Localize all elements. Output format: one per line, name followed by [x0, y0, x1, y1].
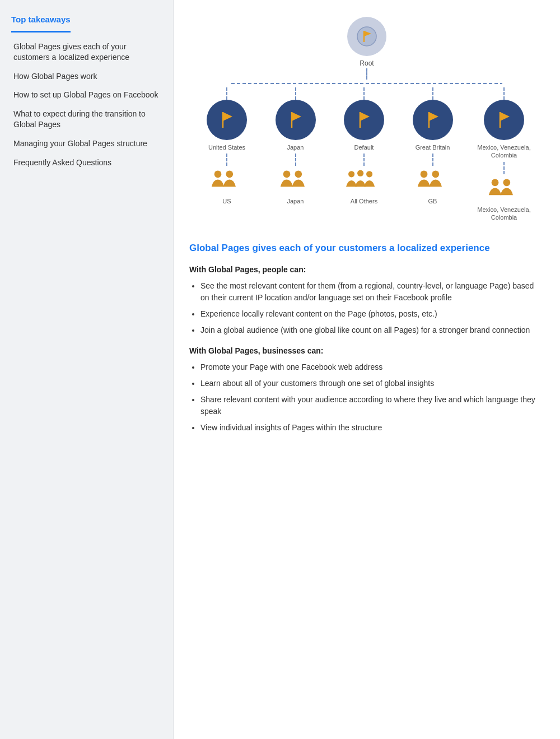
sidebar-item-6[interactable]: Frequently Asked Questions	[11, 157, 162, 169]
flag-icon-japan	[284, 109, 307, 131]
audience-icon-default	[346, 166, 382, 195]
root-circle	[347, 17, 386, 56]
svg-point-15	[357, 170, 363, 176]
branch-mex: Mexico, Venezuela, Colombia Mexico, Vene…	[473, 87, 535, 221]
root-flag-icon	[357, 26, 377, 47]
audience-label-mex: Mexico, Venezuela, Colombia	[473, 206, 535, 222]
svg-point-24	[503, 179, 510, 186]
svg-point-16	[366, 171, 372, 177]
audience-label-default: All Others	[351, 197, 377, 205]
audience-icon-japan	[278, 166, 314, 195]
sidebar-item-3-label: How to set up Global Pages on Facebook	[13, 90, 158, 99]
sidebar-item-4-label: What to expect during the transition to …	[13, 109, 146, 129]
page-label-gb: Great Britain	[416, 143, 450, 151]
page-circle-us	[207, 100, 247, 140]
sidebar-item-2-label: How Global Pages work	[13, 72, 97, 81]
page-circle-mex	[484, 100, 524, 140]
section-heading: Global Pages gives each of your customer…	[189, 241, 544, 255]
business-bullet-list: Promote your Page with one Facebook web …	[189, 361, 544, 434]
page-circle-gb	[413, 100, 453, 140]
sidebar-item-1-label: Global Pages gives each of your customer…	[13, 42, 129, 62]
subheading-businesses: With Global Pages, businesses can:	[189, 345, 544, 357]
diagram: Root	[189, 11, 544, 221]
people-bullet-3: Join a global audience (with one global …	[200, 324, 544, 336]
branch-us: United States US	[199, 87, 255, 221]
svg-point-7	[226, 171, 233, 178]
page-label-japan: Japan	[287, 143, 304, 151]
root-label: Root	[360, 58, 374, 68]
people-bullet-1: See the most relevant content for them (…	[200, 280, 544, 304]
subheading-people: With Global Pages, people can:	[189, 264, 544, 276]
people-bullet-list: See the most relevant content for them (…	[189, 280, 544, 336]
sidebar-item-3[interactable]: How to set up Global Pages on Facebook	[11, 90, 162, 101]
page-label-mex: Mexico, Venezuela, Colombia	[473, 143, 535, 160]
audience-icon-us	[209, 166, 245, 195]
sidebar-item-5-label: Managing your Global Pages structure	[13, 139, 147, 148]
page-circle-default	[344, 100, 384, 140]
svg-marker-13	[360, 112, 370, 121]
sidebar-item-1[interactable]: Global Pages gives each of your customer…	[11, 41, 162, 63]
page-label-us: United States	[208, 143, 245, 151]
flag-icon-default	[353, 109, 375, 131]
svg-point-19	[420, 171, 427, 178]
page-circle-japan	[276, 100, 316, 140]
audience-label-us: US	[222, 197, 231, 205]
branch-default: Default All Others	[336, 87, 392, 221]
root-node: Root	[347, 17, 386, 68]
branch-gb: Great Britain GB	[405, 87, 461, 221]
svg-point-10	[283, 171, 290, 178]
svg-point-11	[295, 171, 302, 178]
sidebar-item-4[interactable]: What to expect during the transition to …	[11, 109, 162, 131]
svg-marker-9	[292, 112, 301, 121]
sidebar-item-6-label: Frequently Asked Questions	[13, 158, 111, 167]
main-content: Root	[174, 0, 560, 739]
sidebar-nav: Global Pages gives each of your customer…	[11, 41, 162, 169]
people-bullet-2: Experience locally relevant content on t…	[200, 308, 544, 320]
sidebar-item-2[interactable]: How Global Pages work	[11, 71, 162, 82]
flag-icon-us	[216, 109, 238, 131]
svg-point-20	[432, 171, 439, 178]
business-bullet-2: Learn about all of your customers throug…	[200, 378, 544, 389]
flag-icon-gb	[422, 109, 444, 131]
svg-marker-5	[223, 112, 232, 121]
page-label-default: Default	[354, 143, 374, 151]
branch-japan: Japan Japan	[268, 87, 324, 221]
sidebar: Top takeaways Global Pages gives each of…	[0, 0, 174, 739]
svg-marker-18	[429, 112, 438, 121]
svg-point-23	[492, 179, 499, 186]
sidebar-title: Top takeaways	[11, 13, 71, 32]
audience-icon-gb	[415, 166, 451, 195]
flag-icon-mex	[493, 109, 515, 131]
audience-label-gb: GB	[428, 197, 437, 205]
audience-icon-mex	[486, 174, 522, 203]
sidebar-item-5[interactable]: Managing your Global Pages structure	[11, 138, 162, 150]
audience-label-japan: Japan	[287, 197, 304, 205]
svg-marker-22	[500, 112, 510, 121]
business-bullet-1: Promote your Page with one Facebook web …	[200, 361, 544, 373]
svg-point-6	[214, 171, 222, 178]
business-bullet-4: View individual insights of Pages within…	[200, 422, 544, 434]
svg-point-0	[357, 27, 376, 46]
business-bullet-3: Share relevant content with your audienc…	[200, 394, 544, 417]
horizontal-connector	[199, 80, 535, 87]
svg-point-14	[348, 171, 354, 177]
